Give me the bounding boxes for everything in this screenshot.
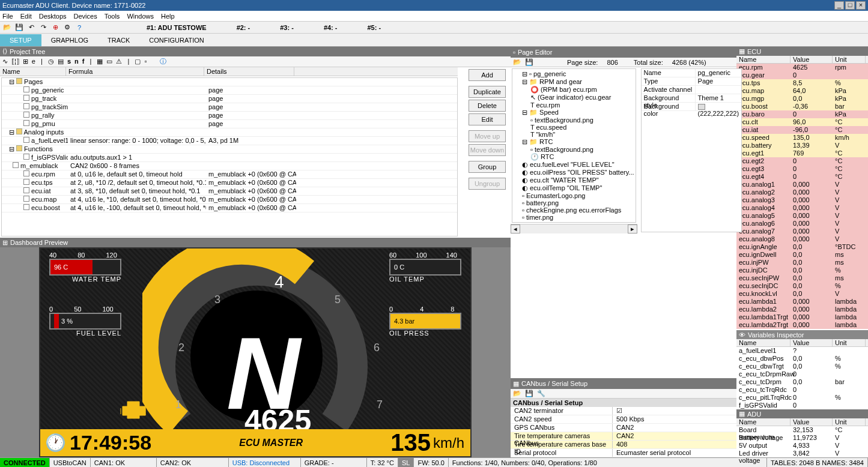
- var-row[interactable]: c_ecu_dbwPos0,0%: [736, 355, 868, 363]
- tree-item[interactable]: ▫ timer.png: [514, 214, 634, 221]
- tab-configuration[interactable]: CONFIGURATION: [139, 34, 213, 46]
- adu-table[interactable]: Board temperature32,153°CBattery voltage…: [736, 426, 868, 457]
- f-icon[interactable]: f: [82, 58, 85, 65]
- project-tree[interactable]: ⊟ Pages pg_genericpage pg_trackpage pg_t…: [1, 77, 458, 237]
- ecu-row[interactable]: ecu.gear0: [736, 71, 868, 79]
- n-icon[interactable]: n: [74, 58, 79, 65]
- ecu-row[interactable]: ecu.boost-0,36bar: [736, 103, 868, 110]
- adu-row[interactable]: Led driver voltage3,842V: [736, 450, 868, 457]
- info-icon[interactable]: ⓘ: [160, 57, 166, 66]
- tree-item[interactable]: ▫ battery.png: [514, 199, 634, 206]
- ecu-row[interactable]: ecu.analog40,000V: [736, 204, 868, 212]
- table-row[interactable]: ecu.iatat 3, s8, *10, default set 0, tim…: [2, 187, 457, 196]
- move-down-button[interactable]: Move down: [469, 144, 506, 156]
- table-row[interactable]: f_isGPSValidadu.outputs.aux1 > 1: [2, 154, 457, 162]
- undo-icon[interactable]: ↶: [26, 23, 36, 32]
- ecu-row[interactable]: ecu.lambda1Trgt0,000lambda: [736, 313, 868, 321]
- tree-item[interactable]: T "km/h": [514, 131, 634, 138]
- ecu-row[interactable]: ecu.egt40°C: [736, 173, 868, 181]
- workspace[interactable]: #5: -: [368, 24, 381, 31]
- ecu-row[interactable]: ecu.mgp0,0kPa: [736, 95, 868, 103]
- property-table[interactable]: Namepg_genericTypePageActivate channelBa…: [641, 68, 742, 232]
- tree-item[interactable]: ◐ ecu.clt "WATER TEMP": [514, 176, 634, 184]
- adu-row[interactable]: Board temperature32,153°C: [736, 426, 868, 434]
- ecu-row[interactable]: ecu.analog10,000V: [736, 181, 868, 188]
- tree-item[interactable]: ⊟ 📁 RPM and gear: [514, 78, 634, 86]
- table-row[interactable]: ecu.boostat 4, u16 le, -100, default set…: [2, 204, 457, 212]
- canbus-rows[interactable]: CAN2 terminator☑CAN2 speed500 KbpsGPS CA…: [511, 407, 736, 457]
- ecu-row[interactable]: ecu.egt1769°C: [736, 149, 868, 157]
- move-up-button[interactable]: Move up: [469, 130, 506, 142]
- ecu-row[interactable]: ecu.egt30°C: [736, 165, 868, 173]
- menu-tools[interactable]: Tools: [105, 13, 120, 20]
- tab-setup[interactable]: SETUP: [0, 34, 41, 46]
- ecu-row[interactable]: ecu.analog50,000V: [736, 212, 868, 220]
- workspace[interactable]: #4: -: [324, 24, 338, 31]
- tree-item[interactable]: ⊟ 📁 Speed: [514, 109, 634, 116]
- edit-button[interactable]: Edit: [469, 113, 506, 125]
- add-red-icon[interactable]: ⊕: [50, 23, 60, 32]
- tree-item[interactable]: ⭕ (RPM bar) ecu.rpm: [514, 86, 634, 94]
- duplicate-button[interactable]: Duplicate: [469, 86, 506, 98]
- ecu-row[interactable]: ecu.lambda20,000lambda: [736, 306, 868, 313]
- delete-button[interactable]: Delete: [469, 100, 506, 112]
- bars-icon[interactable]: ▤: [58, 58, 64, 65]
- table-row[interactable]: ecu.tpsat 2, u8, *10 /2, default set 0, …: [2, 179, 457, 187]
- ecu-row[interactable]: ecu.analog20,000V: [736, 188, 868, 196]
- min-button[interactable]: _: [834, 1, 844, 10]
- var-row[interactable]: c_ecu_tcDrpmRaw0: [736, 370, 868, 378]
- table-row[interactable]: pg_pmupage: [2, 120, 457, 128]
- signal-icon[interactable]: ∿: [2, 58, 8, 65]
- open-icon[interactable]: 📂: [2, 23, 12, 32]
- ecu-row[interactable]: ecu.analog60,000V: [736, 220, 868, 227]
- ecu-row[interactable]: ecu.egt20°C: [736, 157, 868, 165]
- prop-row[interactable]: Background color (222,222,222): [642, 103, 742, 111]
- ecu-row[interactable]: ecu.lambda2Trgt0,000lambda: [736, 321, 868, 329]
- canbus-row[interactable]: Tire temperature cameras base ID408: [511, 441, 736, 449]
- prop-row[interactable]: Namepg_generic: [642, 69, 742, 77]
- tree-item[interactable]: ◐ ecu.fuelLevel "FUEL LEVEL": [514, 161, 634, 169]
- tree-item[interactable]: ▫ textBackground.png: [514, 116, 634, 124]
- e-icon[interactable]: e: [32, 58, 35, 65]
- tree-item[interactable]: T ecu.rpm: [514, 101, 634, 109]
- tree-item[interactable]: 🕐 RTC: [514, 153, 634, 161]
- table-row[interactable]: ⊟ Analog inputs: [2, 128, 457, 137]
- bracket-icon[interactable]: ⟦¦⟧: [11, 58, 19, 65]
- ecu-row[interactable]: ecu.tps8,5%: [736, 79, 868, 87]
- doc-icon[interactable]: ▭: [106, 58, 112, 65]
- prop-row[interactable]: Activate channel: [642, 86, 742, 94]
- tree-item[interactable]: T ecu.speed: [514, 124, 634, 131]
- ecu-row[interactable]: ecu.lambda10,000lambda: [736, 298, 868, 306]
- table-row[interactable]: ⊟ Functions: [2, 145, 457, 154]
- table-row[interactable]: ⊟ Pages: [2, 78, 457, 86]
- menu-edit[interactable]: Edit: [20, 13, 32, 20]
- menu-devices[interactable]: Devices: [74, 13, 97, 20]
- menu-file[interactable]: File: [2, 13, 13, 20]
- ecu-row[interactable]: ecu.rpm4625rpm: [736, 64, 868, 71]
- var-row[interactable]: f_isGPSValid0: [736, 402, 868, 409]
- vars-table[interactable]: a_fuelLevel1?c_ecu_dbwPos0,0%c_ecu_dbwTr…: [736, 347, 868, 409]
- canbus-row[interactable]: Serial protocolEcumaster serial protocol: [511, 449, 736, 457]
- help-icon[interactable]: ?: [74, 23, 84, 32]
- save-icon[interactable]: 💾: [525, 390, 533, 397]
- grid-icon[interactable]: ▦: [97, 58, 103, 65]
- ecu-row[interactable]: ecu.analog30,000V: [736, 196, 868, 204]
- group-button[interactable]: Group: [469, 161, 506, 173]
- canbus-row[interactable]: CAN2 terminator☑: [511, 407, 736, 415]
- ecu-row[interactable]: ecu.clt96,0°C: [736, 118, 868, 126]
- table-row[interactable]: ecu.rpmat 0, u16 le, default set 0, time…: [2, 170, 457, 179]
- tree-item[interactable]: ◐ ecu.oilPress "OIL PRESS" battery...: [514, 169, 634, 176]
- tool-icon[interactable]: 🔧: [537, 390, 545, 397]
- copy-icon[interactable]: ▢: [135, 58, 141, 65]
- ecu-row[interactable]: ecu.secInjDC0,0%: [736, 282, 868, 290]
- ecu-row[interactable]: ecu.secInjPW0,0ms: [736, 274, 868, 282]
- table-row[interactable]: pg_rallypage: [2, 112, 457, 120]
- tree-item[interactable]: ▫ EcumasterLogo.png: [514, 192, 634, 199]
- table-row[interactable]: a_fuelLevel1linear sensor: range: 0 - 10…: [2, 137, 457, 145]
- var-row[interactable]: c_ecu_dbwTrgt0,0%: [736, 363, 868, 370]
- tab-graphlog[interactable]: GRAPHLOG: [41, 34, 98, 46]
- open-icon[interactable]: 📂: [513, 390, 521, 397]
- tree-item[interactable]: ↖ (Gear indicator) ecu.gear: [514, 94, 634, 101]
- ecu-row[interactable]: ecu.map64,0kPa: [736, 87, 868, 95]
- workspace[interactable]: #1: ADU TESTOWE: [147, 24, 207, 31]
